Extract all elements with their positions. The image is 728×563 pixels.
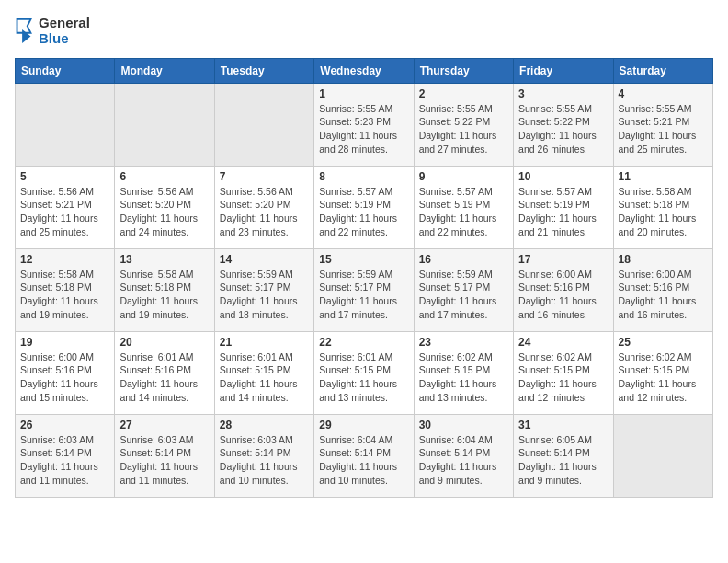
day-number: 25 — [619, 336, 708, 349]
day-number: 16 — [419, 253, 508, 266]
calendar-cell: 22Sunrise: 6:01 AM Sunset: 5:15 PM Dayli… — [314, 331, 414, 414]
calendar-cell: 14Sunrise: 5:59 AM Sunset: 5:17 PM Dayli… — [214, 248, 313, 331]
calendar-cell: 25Sunrise: 6:02 AM Sunset: 5:15 PM Dayli… — [613, 331, 712, 414]
day-number: 4 — [619, 87, 708, 100]
day-number: 13 — [119, 253, 209, 266]
day-info: Sunrise: 5:55 AM Sunset: 5:23 PM Dayligh… — [319, 102, 408, 156]
day-info: Sunrise: 6:05 AM Sunset: 5:14 PM Dayligh… — [518, 433, 608, 488]
day-number: 22 — [319, 336, 408, 349]
day-info: Sunrise: 5:56 AM Sunset: 5:21 PM Dayligh… — [20, 185, 109, 239]
day-number: 23 — [419, 336, 508, 349]
calendar-cell: 27Sunrise: 6:03 AM Sunset: 5:14 PM Dayli… — [115, 414, 214, 497]
day-info: Sunrise: 5:56 AM Sunset: 5:20 PM Dayligh… — [220, 185, 309, 239]
day-info: Sunrise: 6:04 AM Sunset: 5:14 PM Dayligh… — [319, 433, 408, 488]
logo-blue: Blue — [39, 30, 90, 46]
day-info: Sunrise: 6:00 AM Sunset: 5:16 PM Dayligh… — [518, 268, 608, 322]
day-number: 11 — [619, 170, 708, 183]
day-info: Sunrise: 5:57 AM Sunset: 5:19 PM Dayligh… — [518, 185, 608, 239]
day-info: Sunrise: 6:01 AM Sunset: 5:15 PM Dayligh… — [220, 350, 309, 405]
calendar-week-5: 26Sunrise: 6:03 AM Sunset: 5:14 PM Dayli… — [16, 414, 713, 497]
calendar-cell: 9Sunrise: 5:57 AM Sunset: 5:19 PM Daylig… — [414, 166, 513, 248]
calendar-cell: 7Sunrise: 5:56 AM Sunset: 5:20 PM Daylig… — [214, 166, 313, 248]
calendar-cell — [613, 414, 712, 497]
header-sunday: Sunday — [16, 58, 115, 83]
calendar-cell: 31Sunrise: 6:05 AM Sunset: 5:14 PM Dayli… — [514, 414, 613, 497]
day-number: 28 — [220, 419, 309, 431]
day-info: Sunrise: 5:58 AM Sunset: 5:18 PM Dayligh… — [619, 185, 708, 239]
calendar-cell: 28Sunrise: 6:03 AM Sunset: 5:14 PM Dayli… — [214, 414, 313, 497]
day-number: 19 — [20, 336, 109, 349]
calendar-cell: 5Sunrise: 5:56 AM Sunset: 5:21 PM Daylig… — [16, 166, 115, 248]
day-info: Sunrise: 6:04 AM Sunset: 5:14 PM Dayligh… — [419, 433, 508, 488]
calendar-week-1: 1Sunrise: 5:55 AM Sunset: 5:23 PM Daylig… — [16, 83, 713, 166]
day-info: Sunrise: 5:55 AM Sunset: 5:21 PM Dayligh… — [619, 102, 708, 156]
header-monday: Monday — [115, 58, 214, 83]
calendar-cell: 18Sunrise: 6:00 AM Sunset: 5:16 PM Dayli… — [613, 248, 712, 331]
day-number: 21 — [220, 336, 309, 349]
calendar-cell: 21Sunrise: 6:01 AM Sunset: 5:15 PM Dayli… — [214, 331, 313, 414]
day-info: Sunrise: 6:02 AM Sunset: 5:15 PM Dayligh… — [419, 350, 508, 405]
logo-arrow-icon — [15, 17, 33, 43]
calendar-cell: 29Sunrise: 6:04 AM Sunset: 5:14 PM Dayli… — [314, 414, 414, 497]
day-info: Sunrise: 6:01 AM Sunset: 5:16 PM Dayligh… — [119, 350, 209, 405]
header-tuesday: Tuesday — [214, 58, 313, 83]
calendar-cell: 24Sunrise: 6:02 AM Sunset: 5:15 PM Dayli… — [514, 331, 613, 414]
day-number: 3 — [518, 87, 608, 100]
day-info: Sunrise: 5:59 AM Sunset: 5:17 PM Dayligh… — [319, 268, 408, 322]
calendar-body: 1Sunrise: 5:55 AM Sunset: 5:23 PM Daylig… — [16, 83, 713, 497]
calendar-cell: 2Sunrise: 5:55 AM Sunset: 5:22 PM Daylig… — [414, 83, 513, 166]
calendar-cell: 3Sunrise: 5:55 AM Sunset: 5:22 PM Daylig… — [514, 83, 613, 166]
calendar-header: SundayMondayTuesdayWednesdayThursdayFrid… — [16, 58, 713, 83]
calendar-week-3: 12Sunrise: 5:58 AM Sunset: 5:18 PM Dayli… — [16, 248, 713, 331]
day-number: 12 — [20, 253, 109, 266]
header-thursday: Thursday — [414, 58, 513, 83]
calendar-cell: 20Sunrise: 6:01 AM Sunset: 5:16 PM Dayli… — [115, 331, 214, 414]
day-info: Sunrise: 5:56 AM Sunset: 5:20 PM Dayligh… — [119, 185, 209, 239]
day-info: Sunrise: 6:00 AM Sunset: 5:16 PM Dayligh… — [20, 350, 109, 405]
header-friday: Friday — [514, 58, 613, 83]
day-number: 2 — [419, 87, 508, 100]
day-number: 18 — [619, 253, 708, 266]
calendar-cell: 11Sunrise: 5:58 AM Sunset: 5:18 PM Dayli… — [613, 166, 712, 248]
day-info: Sunrise: 5:58 AM Sunset: 5:18 PM Dayligh… — [119, 268, 209, 322]
day-number: 10 — [518, 170, 608, 183]
day-number: 20 — [119, 336, 209, 349]
calendar-cell: 1Sunrise: 5:55 AM Sunset: 5:23 PM Daylig… — [314, 83, 414, 166]
calendar-cell: 10Sunrise: 5:57 AM Sunset: 5:19 PM Dayli… — [514, 166, 613, 248]
day-number: 29 — [319, 419, 408, 431]
day-info: Sunrise: 5:57 AM Sunset: 5:19 PM Dayligh… — [419, 185, 508, 239]
day-info: Sunrise: 6:03 AM Sunset: 5:14 PM Dayligh… — [20, 433, 109, 488]
day-number: 31 — [518, 419, 608, 431]
day-number: 24 — [518, 336, 608, 349]
calendar-cell: 19Sunrise: 6:00 AM Sunset: 5:16 PM Dayli… — [16, 331, 115, 414]
calendar-cell: 6Sunrise: 5:56 AM Sunset: 5:20 PM Daylig… — [115, 166, 214, 248]
logo-general: General — [39, 15, 90, 30]
day-info: Sunrise: 5:58 AM Sunset: 5:18 PM Dayligh… — [20, 268, 109, 322]
day-number: 14 — [220, 253, 309, 266]
calendar-cell: 26Sunrise: 6:03 AM Sunset: 5:14 PM Dayli… — [16, 414, 115, 497]
day-number: 1 — [319, 87, 408, 100]
day-info: Sunrise: 5:57 AM Sunset: 5:19 PM Dayligh… — [319, 185, 408, 239]
header-row: SundayMondayTuesdayWednesdayThursdayFrid… — [16, 58, 713, 83]
logo-combined: General Blue — [15, 15, 90, 47]
logo: General Blue — [15, 15, 90, 47]
day-info: Sunrise: 5:55 AM Sunset: 5:22 PM Dayligh… — [419, 102, 508, 156]
day-number: 26 — [20, 419, 109, 431]
calendar-week-4: 19Sunrise: 6:00 AM Sunset: 5:16 PM Dayli… — [16, 331, 713, 414]
calendar-cell — [214, 83, 313, 166]
day-info: Sunrise: 5:59 AM Sunset: 5:17 PM Dayligh… — [220, 268, 309, 322]
day-number: 27 — [119, 419, 209, 431]
calendar-cell: 15Sunrise: 5:59 AM Sunset: 5:17 PM Dayli… — [314, 248, 414, 331]
calendar-cell: 16Sunrise: 5:59 AM Sunset: 5:17 PM Dayli… — [414, 248, 513, 331]
day-info: Sunrise: 6:00 AM Sunset: 5:16 PM Dayligh… — [619, 268, 708, 322]
day-number: 7 — [220, 170, 309, 183]
svg-marker-0 — [17, 19, 31, 33]
header-saturday: Saturday — [613, 58, 712, 83]
day-number: 5 — [20, 170, 109, 183]
day-number: 17 — [518, 253, 608, 266]
logo-words: General Blue — [39, 15, 90, 47]
calendar-cell: 8Sunrise: 5:57 AM Sunset: 5:19 PM Daylig… — [314, 166, 414, 248]
day-info: Sunrise: 6:02 AM Sunset: 5:15 PM Dayligh… — [619, 350, 708, 405]
day-info: Sunrise: 6:01 AM Sunset: 5:15 PM Dayligh… — [319, 350, 408, 405]
calendar-cell: 4Sunrise: 5:55 AM Sunset: 5:21 PM Daylig… — [613, 83, 712, 166]
